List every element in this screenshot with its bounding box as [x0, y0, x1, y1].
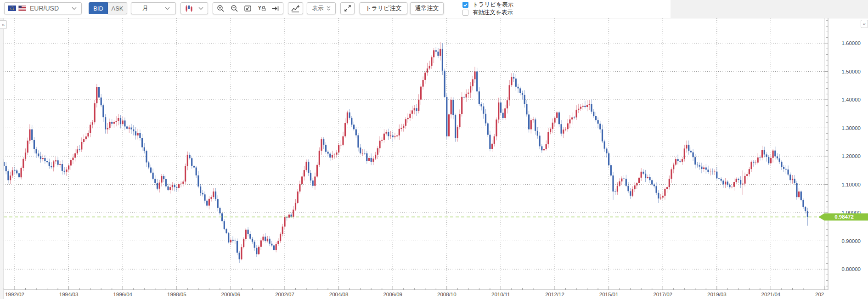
zoom-in-icon	[217, 5, 225, 12]
y-axis-label: 1.10000	[841, 182, 861, 187]
toolbar-right-panel	[671, 0, 868, 18]
trading-chart-app: EUR/USD BID ASK 月	[0, 0, 868, 299]
candle-bodies-down	[3, 49, 808, 259]
candle-wicks-up	[11, 42, 799, 260]
y-axis-label: 0.80000	[841, 266, 861, 272]
candlestick-type-icon	[185, 5, 193, 12]
y-axis-labels: 1.600001.500001.400001.300001.200001.100…	[841, 40, 861, 272]
x-axis-label: 2000/06	[221, 292, 241, 297]
chevron-down-icon	[198, 7, 203, 10]
y-axis-lock-icon: Y	[258, 5, 266, 12]
x-axis-label: 2010/11	[491, 292, 510, 297]
currency-pair-label: EUR/USD	[28, 5, 69, 12]
fit-chart-icon	[244, 5, 252, 12]
active-orders-checkbox[interactable]	[462, 10, 468, 16]
expand-right-panel-button[interactable]: «	[861, 20, 868, 28]
grid-lines	[4, 18, 824, 288]
chart-zoom-tools: Y	[213, 2, 283, 14]
x-axis-label: 2008/10	[437, 292, 457, 297]
chart-toolbar: EUR/USD BID ASK 月	[0, 0, 868, 18]
x-axis-label: 2021/04	[761, 292, 781, 297]
x-axis-label-clipped: 202	[815, 292, 824, 297]
timeframe-selector[interactable]: 月	[131, 2, 176, 14]
y-axis-label: 0.90000	[841, 238, 861, 244]
axis-rulers	[4, 18, 828, 290]
zoom-out-button[interactable]	[228, 3, 241, 14]
x-axis-labels: 1992/021994/031996/041998/052000/062002/…	[5, 292, 824, 297]
x-axis-label: 2017/02	[653, 292, 672, 297]
active-orders-label: 有効注文を表示	[473, 9, 513, 17]
trap-display-checkbox-row[interactable]: トラリピを表示	[462, 1, 513, 9]
fit-chart-button[interactable]	[241, 3, 254, 14]
zoom-out-icon	[231, 5, 238, 12]
double-chevron-down-icon	[327, 6, 331, 11]
x-axis-label: 2015/01	[599, 292, 619, 297]
eu-flag-icon	[8, 6, 16, 11]
svg-text:Y: Y	[258, 6, 261, 11]
chart-area: » « 1992/021994/031996/041998/052000/062…	[0, 18, 868, 299]
x-axis-label: 2019/03	[707, 292, 727, 297]
go-to-latest-button[interactable]	[269, 3, 282, 14]
bid-button[interactable]: BID	[89, 2, 108, 14]
x-axis-label: 1996/04	[113, 292, 132, 297]
current-price-tag: 0.98472	[818, 214, 868, 221]
zoom-in-button[interactable]	[214, 3, 227, 14]
chart-type-selector[interactable]	[180, 2, 208, 14]
currency-pair-selector[interactable]: EUR/USD	[4, 2, 82, 14]
candle-wicks-down	[4, 43, 808, 263]
candle-bodies-up	[10, 49, 800, 259]
y-axis-label: 1.60000	[841, 40, 861, 46]
chevron-down-icon	[72, 7, 77, 10]
expand-left-panel-button[interactable]: »	[0, 20, 7, 29]
x-axis-label: 1998/05	[167, 292, 186, 297]
candlestick-chart[interactable]: 1992/021994/031996/041998/052000/062002/…	[0, 18, 868, 299]
bid-ask-toggle: BID ASK	[89, 2, 127, 14]
display-menu-button[interactable]: 表示	[307, 2, 336, 14]
trap-display-checkbox[interactable]	[462, 2, 468, 8]
y-axis-label: 1.40000	[841, 97, 861, 102]
y-axis-label: 1.30000	[841, 125, 861, 131]
check-icon	[463, 3, 468, 7]
x-axis-label: 2006/09	[383, 292, 402, 297]
left-gutter	[0, 18, 4, 299]
display-menu-label: 表示	[312, 5, 324, 12]
us-flag-icon	[18, 6, 26, 11]
y-axis-lock-button[interactable]: Y	[255, 3, 268, 14]
expand-icon	[344, 5, 351, 12]
expand-chart-button[interactable]	[340, 2, 355, 14]
normal-order-button[interactable]: 通常注文	[410, 2, 444, 14]
y-axis-label: 1.20000	[841, 153, 861, 159]
add-indicator-button[interactable]	[288, 2, 303, 14]
x-axis-label: 1992/02	[5, 292, 24, 297]
y-axis-label: 1.50000	[841, 69, 861, 74]
active-orders-checkbox-row[interactable]: 有効注文を表示	[462, 9, 513, 17]
x-axis-label: 2002/07	[275, 292, 294, 297]
go-to-latest-icon	[271, 5, 279, 12]
x-axis-label: 1994/03	[59, 292, 79, 297]
add-indicator-icon	[291, 5, 300, 12]
current-price-label: 0.98472	[834, 214, 854, 220]
chevron-down-icon	[165, 7, 170, 10]
ask-button[interactable]: ASK	[108, 2, 127, 14]
x-axis-label: 2004/08	[329, 292, 349, 297]
trap-repeat-order-button[interactable]: トラリピ注文	[360, 2, 407, 14]
trap-display-label: トラリピを表示	[473, 1, 513, 9]
timeframe-value: 月	[142, 4, 148, 12]
x-axis-label: 2012/12	[545, 292, 564, 297]
